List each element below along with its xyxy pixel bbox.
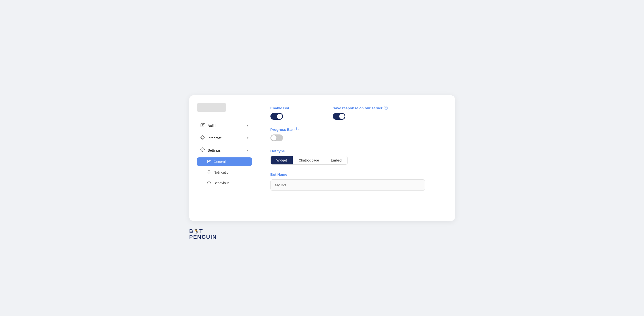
- build-chevron: ▾: [247, 124, 248, 127]
- save-response-help-icon[interactable]: ?: [384, 106, 388, 110]
- bot-type-options: Widget Chatbot page Embed: [270, 156, 348, 165]
- top-toggle-row: Enable Bot Save response on our server ?: [270, 106, 442, 120]
- notification-label: Notification: [214, 170, 230, 174]
- settings-icon: [200, 148, 205, 153]
- bot-type-embed-button[interactable]: Embed: [325, 156, 347, 164]
- integrate-icon: [200, 135, 205, 141]
- progress-bar-help-icon[interactable]: ?: [294, 128, 298, 131]
- progress-bar-label: Progress Bar ?: [270, 128, 442, 132]
- enable-bot-label: Enable Bot: [270, 106, 289, 110]
- main-content: Enable Bot Save response on our server ?: [257, 95, 455, 221]
- sidebar: Build ▾ Integrate ▾: [189, 95, 257, 221]
- branding-penguin-text: PENGUIN: [189, 234, 217, 240]
- general-icon: [207, 160, 211, 164]
- integrate-chevron: ▾: [247, 136, 248, 140]
- save-response-group: Save response on our server ?: [333, 106, 388, 120]
- save-response-label: Save response on our server ?: [333, 106, 388, 110]
- settings-label: Settings: [208, 148, 244, 152]
- enable-bot-thumb: [277, 114, 282, 119]
- general-label: General: [214, 160, 226, 164]
- sidebar-item-notification[interactable]: Notification: [197, 168, 252, 177]
- build-icon: [200, 123, 205, 128]
- bot-type-chatbot-page-button[interactable]: Chatbot page: [293, 156, 325, 164]
- svg-point-1: [202, 149, 203, 150]
- svg-point-0: [202, 137, 203, 138]
- main-card: Build ▾ Integrate ▾: [189, 95, 455, 221]
- logo-placeholder: [197, 103, 226, 112]
- branding-logo: B🐧T PENGUIN: [189, 228, 217, 240]
- behaviour-label: Behaviour: [214, 181, 229, 185]
- bot-name-section: Bot Name My Bot: [270, 172, 442, 191]
- sidebar-item-behaviour[interactable]: Behaviour: [197, 179, 252, 187]
- save-response-thumb: [339, 114, 344, 119]
- branding-bot-text: B🐧T: [189, 228, 217, 234]
- progress-bar-toggle[interactable]: [270, 134, 283, 141]
- penguin-face-icon: 🐧: [194, 229, 199, 234]
- sidebar-item-build[interactable]: Build ▾: [197, 120, 252, 131]
- sidebar-item-settings[interactable]: Settings ▴: [197, 145, 252, 156]
- page-wrapper: Build ▾ Integrate ▾: [189, 95, 455, 221]
- enable-bot-group: Enable Bot: [270, 106, 289, 120]
- bot-name-label: Bot Name: [270, 172, 442, 176]
- progress-bar-thumb: [271, 135, 276, 140]
- integrate-label: Integrate: [208, 136, 244, 140]
- sidebar-item-general[interactable]: General: [197, 158, 252, 166]
- bot-type-widget-button[interactable]: Widget: [271, 156, 293, 164]
- enable-bot-toggle[interactable]: [270, 113, 283, 120]
- bot-type-section: Bot type Widget Chatbot page Embed: [270, 149, 442, 165]
- settings-chevron: ▴: [247, 149, 248, 152]
- bot-type-label: Bot type: [270, 149, 442, 153]
- behaviour-icon: [207, 181, 211, 185]
- branding: B🐧T PENGUIN: [189, 228, 217, 240]
- progress-bar-section: Progress Bar ?: [270, 128, 442, 141]
- save-response-toggle[interactable]: [333, 113, 345, 120]
- sidebar-item-integrate[interactable]: Integrate ▾: [197, 133, 252, 143]
- notification-icon: [207, 170, 211, 174]
- bot-name-input[interactable]: My Bot: [270, 179, 425, 191]
- build-label: Build: [208, 124, 244, 128]
